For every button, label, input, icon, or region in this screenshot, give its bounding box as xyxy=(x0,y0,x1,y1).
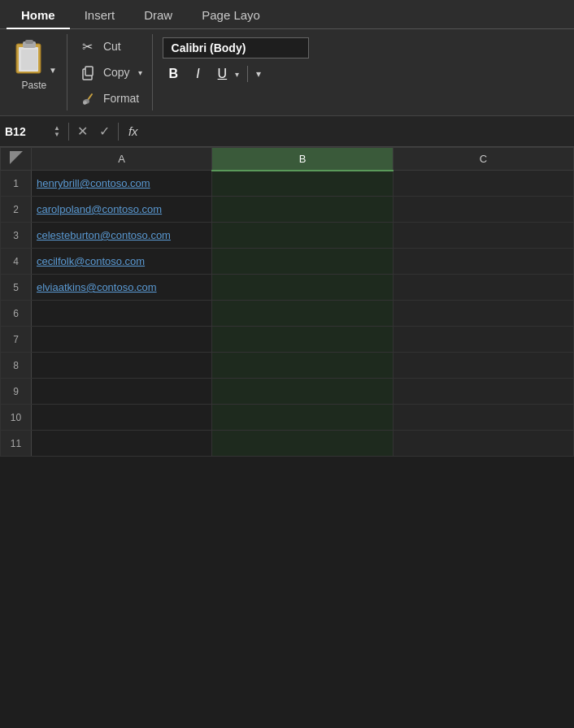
row-number: 11 xyxy=(1,431,32,457)
paste-icon-wrap: ▼ xyxy=(11,37,57,78)
cell-c-7[interactable] xyxy=(393,327,573,353)
table-row: 3celesteburton@contoso.com xyxy=(1,223,574,249)
format-button[interactable]: Format xyxy=(79,88,142,109)
paste-group[interactable]: ▼ Paste xyxy=(7,34,67,110)
italic-button[interactable]: I xyxy=(189,65,206,83)
tab-pagelayout[interactable]: Page Layo xyxy=(187,0,275,28)
cell-b-8[interactable] xyxy=(212,353,393,379)
table-row: 4cecilfolk@contoso.com xyxy=(1,249,574,275)
bold-button[interactable]: B xyxy=(163,65,185,83)
cell-a-3[interactable]: celesteburton@contoso.com xyxy=(32,223,212,249)
copy-icon xyxy=(79,63,97,81)
cell-c-5[interactable] xyxy=(393,275,573,301)
clipboard-group: ✂ Cut Copy ▾ xyxy=(67,34,153,110)
copy-label: Copy xyxy=(103,66,130,79)
cell-b-1[interactable] xyxy=(212,171,393,197)
row-number: 5 xyxy=(1,275,32,301)
table-row: 7 xyxy=(1,327,574,353)
cell-b-3[interactable] xyxy=(212,223,393,249)
cut-button[interactable]: ✂ Cut xyxy=(79,36,142,57)
cell-a-1[interactable]: henrybrill@contoso.com xyxy=(32,171,212,197)
cell-c-6[interactable] xyxy=(393,301,573,327)
table-row: 11 xyxy=(1,431,574,457)
col-header-a[interactable]: A xyxy=(32,148,212,171)
cell-c-8[interactable] xyxy=(393,353,573,379)
tab-home[interactable]: Home xyxy=(7,0,70,28)
font-name-box[interactable]: Calibri (Body) xyxy=(163,37,309,58)
formula-fx-label: fx xyxy=(124,124,143,138)
col-header-b[interactable]: B xyxy=(212,148,393,171)
underline-chevron-icon: ▾ xyxy=(235,70,239,79)
paste-icon xyxy=(11,37,47,78)
ribbon-content: ▼ Paste ✂ Cut Copy ▾ xyxy=(0,29,574,115)
ribbon-tab-bar: Home Insert Draw Page Layo xyxy=(0,0,574,29)
formula-divider-2 xyxy=(118,123,119,141)
table-row: 1henrybrill@contoso.com xyxy=(1,171,574,197)
cell-c-3[interactable] xyxy=(393,223,573,249)
row-number: 8 xyxy=(1,353,32,379)
cell-ref-down-arrow[interactable]: ▼ xyxy=(54,132,60,138)
cell-a-6 xyxy=(32,301,212,327)
cell-ref-arrows[interactable]: ▲ ▼ xyxy=(54,125,60,138)
cell-a-9 xyxy=(32,379,212,405)
row-number: 7 xyxy=(1,327,32,353)
row-number: 6 xyxy=(1,301,32,327)
cell-b-2[interactable] xyxy=(212,197,393,223)
cell-c-9[interactable] xyxy=(393,379,573,405)
row-number: 10 xyxy=(1,405,32,431)
table-row: 2carolpoland@contoso.com xyxy=(1,197,574,223)
copy-button[interactable]: Copy ▾ xyxy=(79,62,142,83)
spreadsheet: A B C 1henrybrill@contoso.com2carolpolan… xyxy=(0,147,574,457)
formula-confirm-button[interactable]: ✓ xyxy=(96,124,113,139)
more-font-options: ▾ xyxy=(256,68,261,80)
tab-insert[interactable]: Insert xyxy=(70,0,130,28)
cell-b-6[interactable] xyxy=(212,301,393,327)
cell-b-5[interactable] xyxy=(212,275,393,301)
sheet-body: 1henrybrill@contoso.com2carolpoland@cont… xyxy=(1,171,574,457)
cell-c-10[interactable] xyxy=(393,405,573,431)
cell-b-7[interactable] xyxy=(212,327,393,353)
col-header-c[interactable]: C xyxy=(393,148,573,171)
formula-cancel-button[interactable]: ✕ xyxy=(74,124,91,139)
formula-divider xyxy=(68,123,69,141)
cell-a-5[interactable]: elviaatkins@contoso.com xyxy=(32,275,212,301)
cell-c-2[interactable] xyxy=(393,197,573,223)
cell-b-11[interactable] xyxy=(212,431,393,457)
format-label: Format xyxy=(103,92,139,105)
copy-chevron-icon: ▾ xyxy=(138,68,142,77)
svg-rect-4 xyxy=(21,50,37,70)
underline-button[interactable]: U xyxy=(211,65,234,83)
paste-label: Paste xyxy=(22,80,47,91)
column-header-row: A B C xyxy=(1,148,574,171)
tab-draw[interactable]: Draw xyxy=(129,0,187,28)
formula-input[interactable] xyxy=(148,125,569,138)
cell-a-11 xyxy=(32,431,212,457)
cell-c-11[interactable] xyxy=(393,431,573,457)
svg-rect-6 xyxy=(85,67,93,76)
cell-a-2[interactable]: carolpoland@contoso.com xyxy=(32,197,212,223)
cell-a-7 xyxy=(32,327,212,353)
svg-marker-10 xyxy=(10,151,23,164)
cell-a-10 xyxy=(32,405,212,431)
cell-a-4[interactable]: cecilfolk@contoso.com xyxy=(32,249,212,275)
row-number: 4 xyxy=(1,249,32,275)
font-style-row: B I U ▾ ▾ xyxy=(163,65,309,83)
cell-a-8 xyxy=(32,353,212,379)
table-row: 8 xyxy=(1,353,574,379)
svg-line-7 xyxy=(88,94,92,100)
cell-c-4[interactable] xyxy=(393,249,573,275)
format-paintbrush-icon xyxy=(79,89,97,107)
table-row: 5elviaatkins@contoso.com xyxy=(1,275,574,301)
cell-c-1[interactable] xyxy=(393,171,573,197)
table-row: 9 xyxy=(1,379,574,405)
formula-bar: B12 ▲ ▼ ✕ ✓ fx xyxy=(0,116,574,147)
row-number: 1 xyxy=(1,171,32,197)
cell-b-9[interactable] xyxy=(212,379,393,405)
corner-header xyxy=(1,148,32,171)
table-row: 10 xyxy=(1,405,574,431)
font-divider xyxy=(247,66,248,82)
cell-b-4[interactable] xyxy=(212,249,393,275)
cell-b-10[interactable] xyxy=(212,405,393,431)
sheet-table: A B C 1henrybrill@contoso.com2carolpolan… xyxy=(0,147,574,457)
cell-reference: B12 xyxy=(5,125,46,138)
